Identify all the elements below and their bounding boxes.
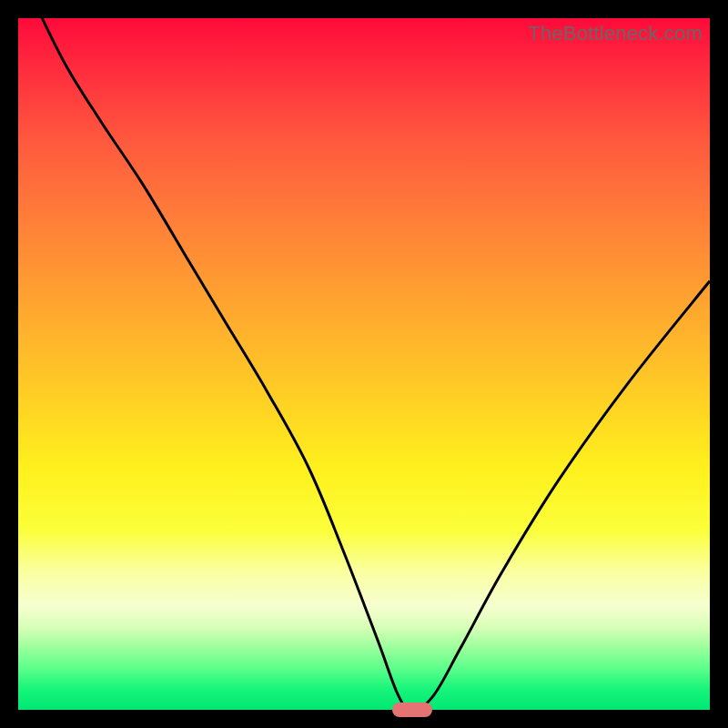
bottleneck-curve — [18, 18, 710, 710]
chart-frame: TheBottleneck.com — [18, 18, 710, 710]
optimal-point-marker — [392, 703, 432, 717]
watermark-text: TheBottleneck.com — [528, 22, 703, 46]
